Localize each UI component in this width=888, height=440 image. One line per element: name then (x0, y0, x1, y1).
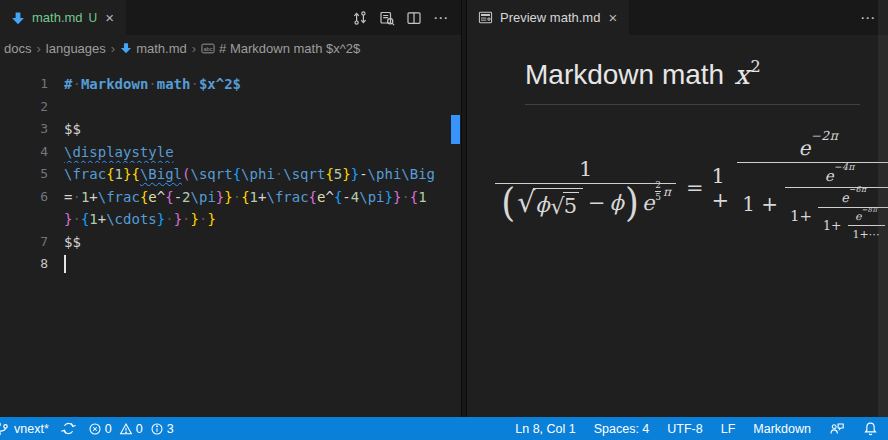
code-token: } (174, 211, 182, 227)
line-number: 1 (0, 73, 64, 96)
code-text (64, 253, 461, 276)
overview-ruler-decoration[interactable] (451, 115, 460, 144)
feedback-status[interactable] (820, 417, 854, 440)
continued-fraction: e−2π1 +e−4π1+e−6π1+e−8π1+⋯ (732, 135, 888, 241)
preview-scrollbar[interactable] (878, 0, 888, 417)
breadcrumb-separator: › (191, 41, 197, 56)
code-token: } (157, 211, 165, 227)
close-icon[interactable]: × (607, 10, 618, 25)
open-preview-side-icon (379, 10, 395, 26)
code-token: \displaystyle (64, 144, 174, 160)
code-token: math (157, 76, 191, 92)
code-token: - (359, 166, 367, 182)
git-status-badge: U (89, 11, 98, 25)
sync-status[interactable] (56, 417, 81, 440)
code-text: \frac{1}{\Bigl(\sqrt{\phi·\sqrt{5}}-\phi… (64, 163, 461, 186)
code-text (64, 96, 461, 119)
line-number: 7 (0, 231, 64, 254)
breadcrumb-separator: › (110, 41, 116, 56)
language-mode-status[interactable]: Markdown (744, 417, 820, 440)
code-line[interactable]: 7$$ (0, 231, 461, 254)
code-text: }·{1+\cdots}·}·}·} (64, 208, 461, 231)
problems-status[interactable]: 0 0 3 (81, 422, 181, 436)
heading-math-x: x2 (734, 59, 759, 90)
tab-label: math.md (32, 10, 83, 25)
code-token: \phi (241, 166, 275, 182)
code-token: - (174, 189, 182, 205)
indentation-status[interactable]: Spaces: 4 (585, 417, 659, 440)
code-token: $x^2$ (199, 76, 241, 92)
code-token: 4 (351, 189, 359, 205)
code-line[interactable]: 6=·1+\frac{e^{-2\pi}}·{1+\frac{e^{-4\pi}… (0, 186, 461, 209)
line-number: 5 (0, 163, 64, 186)
open-changes-button[interactable] (348, 6, 372, 30)
markdown-preview-content: Markdown math x2 1 ( √ ϕ (467, 35, 888, 241)
code-token: { (131, 166, 139, 182)
code-token: 2 (182, 189, 190, 205)
breadcrumb-docs[interactable]: docs (4, 41, 31, 56)
git-branch-status[interactable]: vnext* (0, 417, 56, 440)
code-token: \Big (401, 166, 435, 182)
code-line[interactable]: 5\frac{1}{\Bigl(\sqrt{\phi·\sqrt{5}}-\ph… (0, 163, 461, 186)
markdown-preview-icon (478, 10, 493, 25)
breadcrumb-separator: › (35, 41, 41, 56)
code-token: ^ (157, 189, 165, 205)
code-token: · (72, 189, 80, 205)
code-line[interactable]: 8 (0, 253, 461, 276)
breadcrumb-file[interactable]: math.md (120, 41, 187, 56)
line-number: 3 (0, 118, 64, 141)
code-token: \pi (359, 189, 384, 205)
open-preview-side-button[interactable] (375, 6, 399, 30)
lhs-fraction: 1 ( √ ϕ √ 5 (495, 157, 676, 219)
cf-level-0: e−2π1 +e−4π1+e−6π1+e−8π1+⋯ (737, 135, 888, 241)
more-actions-button[interactable]: ⋯ (856, 6, 880, 30)
split-editor-button[interactable] (402, 6, 426, 30)
equals-sign: = (676, 176, 712, 200)
code-token: · (275, 166, 283, 182)
code-token: · (233, 189, 241, 205)
open-changes-icon (352, 10, 368, 26)
code-token: · (72, 211, 80, 227)
code-token: \Bigl (140, 166, 182, 182)
rendered-formula: 1 ( √ ϕ √ 5 (525, 135, 870, 241)
code-area[interactable]: 1#·Markdown·math·$x^2$23$$4\displaystyle… (0, 61, 461, 276)
more-actions-button[interactable]: ⋯ (429, 6, 453, 30)
code-token: · (72, 76, 80, 92)
code-token: { (325, 166, 333, 182)
code-token: + (89, 189, 97, 205)
tab-label: Preview math.md (500, 10, 600, 25)
more-actions-icon: ⋯ (860, 9, 876, 27)
cursor-position-status[interactable]: Ln 8, Col 1 (506, 417, 584, 440)
code-text: #·Markdown·math·$x^2$ (64, 73, 461, 96)
code-line[interactable]: 3$$ (0, 118, 461, 141)
code-line[interactable]: 1#·Markdown·math·$x^2$ (0, 73, 461, 96)
breadcrumb: docs › languages › math.md › abc # Mark (0, 35, 461, 61)
code-token: · (165, 211, 173, 227)
code-line[interactable]: 2 (0, 96, 461, 119)
encoding-status[interactable]: UTF-8 (658, 417, 711, 440)
eol-status[interactable]: LF (712, 417, 745, 440)
tab-preview-math-md[interactable]: Preview math.md × (467, 0, 629, 35)
code-token: \frac (98, 189, 140, 205)
code-text: =·1+\frac{e^{-2\pi}}·{1+\frac{e^{-4\pi}}… (64, 186, 461, 209)
more-actions-icon: ⋯ (433, 9, 449, 27)
breadcrumb-symbol[interactable]: abc # Markdown math $x^2$ (201, 41, 360, 56)
code-token: { (165, 189, 173, 205)
tab-math-md[interactable]: math.md U × (0, 0, 126, 35)
code-line[interactable]: }·{1+\cdots}·}·}·} (0, 208, 461, 231)
code-token: } (342, 166, 350, 182)
line-number: 8 (0, 253, 64, 276)
code-line[interactable]: 4\displaystyle (0, 141, 461, 164)
code-token: + (98, 211, 106, 227)
code-token: ^ (325, 189, 333, 205)
code-token: } (224, 189, 232, 205)
code-token: · (190, 76, 198, 92)
line-number: 6 (0, 186, 64, 209)
breadcrumb-languages[interactable]: languages (46, 41, 106, 56)
code-token: \frac (266, 189, 308, 205)
close-icon[interactable]: × (104, 10, 115, 25)
sync-icon (61, 421, 76, 436)
code-text: $$ (64, 118, 461, 141)
code-token: \pi (191, 189, 216, 205)
notifications-status[interactable] (854, 417, 878, 440)
